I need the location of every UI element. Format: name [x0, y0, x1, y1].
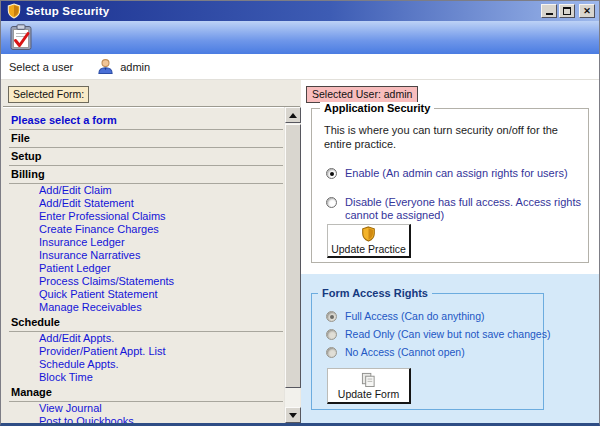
radio-option[interactable]: No Access (Cannot open): [326, 346, 543, 359]
radio-option[interactable]: Full Access (Can do anything): [326, 310, 543, 323]
save-toolbar-button[interactable]: [6, 23, 36, 53]
form-title: Please select a form: [9, 113, 283, 130]
toolbar: [1, 21, 599, 54]
update-form-label: Update Form: [338, 388, 399, 400]
radio-label: Read Only (Can view but not save changes…: [345, 328, 550, 341]
copy-pages-icon: [361, 372, 376, 387]
form-link[interactable]: Create Finance Charges: [9, 223, 283, 236]
radio-label: No Access (Cannot open): [345, 346, 465, 359]
radio-option[interactable]: Disable (Everyone has full access. Acces…: [326, 196, 588, 222]
security-panel: Selected User: admin Application Securit…: [301, 80, 599, 423]
radio-icon[interactable]: [326, 311, 337, 322]
form-link[interactable]: Quick Patient Statement: [9, 288, 283, 301]
setup-security-window: Setup Security ✕ Select a user ad: [0, 0, 600, 426]
radio-label: Disable (Everyone has full access. Acces…: [345, 196, 587, 222]
form-header: Schedule: [9, 315, 283, 332]
select-user-label: Select a user: [9, 61, 73, 73]
titlebar: Setup Security ✕: [1, 1, 599, 21]
shield-icon: [7, 3, 21, 19]
form-panel: Selected Form: Please select a formFileS…: [1, 80, 301, 423]
clipboard-check-icon: [9, 24, 33, 51]
form-link[interactable]: Schedule Appts.: [9, 358, 283, 371]
update-practice-label: Update Practice: [331, 243, 406, 255]
radio-option[interactable]: Read Only (Can view but not save changes…: [326, 328, 543, 341]
form-access-group: Form Access Rights Full Access (Can do a…: [311, 293, 544, 410]
scroll-down-icon: [289, 413, 297, 418]
radio-option[interactable]: Enable (An admin can assign rights for u…: [326, 167, 588, 180]
scroll-down-button[interactable]: [285, 407, 301, 423]
minimize-icon: [546, 10, 553, 15]
minimize-button[interactable]: [541, 4, 557, 18]
form-link[interactable]: Add/Edit Appts.: [9, 332, 283, 345]
form-link[interactable]: Patient Ledger: [9, 262, 283, 275]
application-security-description: This is where you can turn security on/o…: [324, 123, 588, 151]
form-header: File: [9, 131, 283, 148]
radio-icon[interactable]: [326, 347, 337, 358]
radio-icon[interactable]: [326, 329, 337, 340]
form-header: Billing: [9, 167, 283, 184]
maximize-icon: [563, 7, 571, 15]
selected-user-tag: Selected User: admin: [306, 86, 418, 103]
scroll-up-icon: [289, 113, 297, 118]
application-security-legend: Application Security: [320, 102, 434, 114]
person-icon[interactable]: [97, 58, 114, 75]
form-access-options: Full Access (Can do anything)Read Only (…: [312, 310, 543, 359]
close-icon: ✕: [580, 5, 594, 17]
selected-username[interactable]: admin: [120, 61, 150, 73]
form-link[interactable]: Provider/Patient Appt. List: [9, 345, 283, 358]
application-security-group: Application Security This is where you c…: [311, 108, 589, 263]
form-link[interactable]: Add/Edit Statement: [9, 197, 283, 210]
main-content: Selected Form: Please select a formFileS…: [1, 80, 599, 423]
form-link[interactable]: Post to Quickbooks: [9, 415, 283, 423]
form-link[interactable]: View Journal: [9, 402, 283, 415]
form-link[interactable]: Add/Edit Claim: [9, 184, 283, 197]
shield-icon: [361, 226, 376, 242]
radio-label: Enable (An admin can assign rights for u…: [345, 167, 568, 180]
radio-label: Full Access (Can do anything): [345, 310, 484, 323]
form-access-section: Form Access Rights Full Access (Can do a…: [301, 274, 599, 423]
window-title: Setup Security: [26, 5, 541, 17]
form-list-scrollbar[interactable]: [284, 107, 300, 423]
update-form-button[interactable]: Update Form: [327, 368, 411, 404]
form-list-box: Please select a formFileSetupBillingAdd/…: [3, 106, 300, 423]
form-list: Please select a formFileSetupBillingAdd/…: [3, 107, 283, 423]
maximize-button[interactable]: [559, 4, 575, 18]
selected-form-tag: Selected Form:: [8, 86, 89, 103]
scrollbar-thumb[interactable]: [285, 124, 301, 388]
form-link[interactable]: Insurance Narratives: [9, 249, 283, 262]
close-button[interactable]: ✕: [579, 4, 595, 18]
application-security-options: Enable (An admin can assign rights for u…: [312, 167, 588, 222]
form-link[interactable]: Enter Professional Claims: [9, 210, 283, 223]
update-practice-button[interactable]: Update Practice: [327, 224, 411, 258]
form-link[interactable]: Block Time: [9, 371, 283, 384]
form-link[interactable]: Process Claims/Statements: [9, 275, 283, 288]
form-access-legend: Form Access Rights: [318, 287, 432, 299]
form-link[interactable]: Manage Receivables: [9, 301, 283, 314]
radio-icon[interactable]: [326, 197, 337, 208]
form-header: Manage: [9, 385, 283, 402]
user-bar: Select a user admin: [1, 54, 599, 80]
scroll-up-button[interactable]: [285, 107, 301, 123]
radio-icon[interactable]: [326, 168, 337, 179]
form-header: Setup: [9, 149, 283, 166]
form-link[interactable]: Insurance Ledger: [9, 236, 283, 249]
